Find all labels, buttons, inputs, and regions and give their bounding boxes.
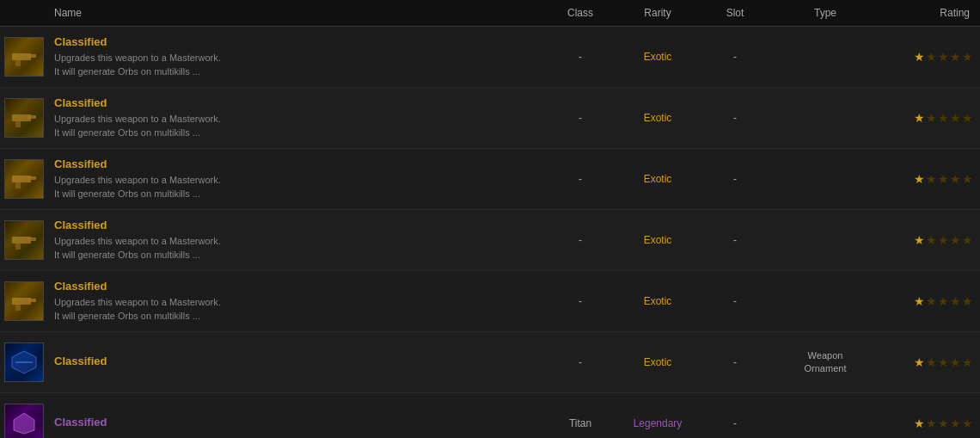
star-1[interactable]: ★ <box>914 233 925 247</box>
stars-container: ★★★★★ <box>877 111 973 125</box>
star-5[interactable]: ★ <box>962 416 973 430</box>
item-thumb-image <box>4 159 44 199</box>
star-2[interactable]: ★ <box>926 416 937 430</box>
item-type <box>774 53 877 60</box>
item-class: - <box>542 353 619 372</box>
stars-container: ★★★★★ <box>877 355 973 369</box>
item-thumbnail <box>0 27 47 87</box>
stars-container: ★★★★★ <box>877 294 973 308</box>
star-3[interactable]: ★ <box>938 294 949 308</box>
star-1[interactable]: ★ <box>914 416 925 430</box>
item-slot: - <box>696 414 774 433</box>
item-slot: - <box>696 231 774 250</box>
item-name-cell: ClassifiedUpgrades this weapon to a Mast… <box>47 152 542 207</box>
items-table: Name Class Rarity Slot Type Rating Class… <box>0 0 980 438</box>
table-row[interactable]: ClassifiedUpgrades this weapon to a Mast… <box>0 27 980 88</box>
table-row[interactable]: ClassifiedUpgrades this weapon to a Mast… <box>0 210 980 271</box>
item-description: Upgrades this weapon to a Masterwork. <box>54 295 535 310</box>
star-1[interactable]: ★ <box>914 294 925 308</box>
star-5[interactable]: ★ <box>962 172 973 186</box>
item-name-cell: ClassifiedUpgrades this weapon to a Mast… <box>47 30 542 84</box>
item-class: - <box>542 108 619 127</box>
item-rating: ★★★★★ <box>877 50 980 64</box>
item-type <box>774 176 877 182</box>
item-thumb-image <box>4 37 44 77</box>
header-thumb <box>0 5 47 21</box>
item-thumb-image <box>4 220 44 260</box>
item-type <box>774 237 877 244</box>
svg-rect-11 <box>15 244 21 250</box>
item-rarity: Exotic <box>619 353 696 372</box>
svg-rect-10 <box>28 238 36 241</box>
star-2[interactable]: ★ <box>926 294 937 308</box>
star-5[interactable]: ★ <box>962 233 973 247</box>
item-thumb-image <box>4 98 44 138</box>
item-name-cell: Classified <box>47 349 542 375</box>
table-header: Name Class Rarity Slot Type Rating <box>0 0 980 27</box>
star-4[interactable]: ★ <box>950 50 961 64</box>
table-row[interactable]: ClassifiedUpgrades this weapon to a Mast… <box>0 88 980 149</box>
item-class: Titan <box>542 414 619 433</box>
item-title: Classified <box>54 96 535 109</box>
star-5[interactable]: ★ <box>962 294 973 308</box>
star-2[interactable]: ★ <box>926 172 937 186</box>
item-title: Classified <box>54 355 535 367</box>
item-name-cell: ClassifiedUpgrades this weapon to a Mast… <box>47 91 542 145</box>
star-1[interactable]: ★ <box>914 355 925 369</box>
svg-rect-4 <box>28 115 36 119</box>
star-4[interactable]: ★ <box>950 172 961 186</box>
star-3[interactable]: ★ <box>938 50 949 64</box>
star-5[interactable]: ★ <box>962 50 973 64</box>
item-thumbnail <box>0 88 47 148</box>
star-3[interactable]: ★ <box>938 111 949 125</box>
svg-rect-2 <box>15 60 21 66</box>
item-name-cell: ClassifiedUpgrades this weapon to a Mast… <box>47 213 542 268</box>
item-description: Upgrades this weapon to a Masterwork. <box>54 51 535 65</box>
star-3[interactable]: ★ <box>938 172 949 186</box>
star-4[interactable]: ★ <box>950 294 961 308</box>
star-4[interactable]: ★ <box>950 355 961 369</box>
star-4[interactable]: ★ <box>950 233 961 247</box>
item-name-cell: ClassifiedUpgrades this weapon to a Mast… <box>47 275 542 329</box>
item-rating: ★★★★★ <box>877 294 980 308</box>
star-3[interactable]: ★ <box>938 416 949 430</box>
item-thumbnail <box>0 149 47 209</box>
item-type <box>774 298 877 305</box>
stars-container: ★★★★★ <box>877 50 973 64</box>
item-description-line2: It will generate Orbs on multikills ... <box>54 187 535 201</box>
table-row[interactable]: ClassifiedUpgrades this weapon to a Mast… <box>0 149 980 210</box>
table-body: ClassifiedUpgrades this weapon to a Mast… <box>0 27 980 438</box>
item-rarity: Exotic <box>619 231 696 250</box>
star-2[interactable]: ★ <box>926 233 937 247</box>
item-slot: - <box>696 47 774 66</box>
star-2[interactable]: ★ <box>926 111 937 125</box>
table-row[interactable]: ClassifiedUpgrades this weapon to a Mast… <box>0 271 980 332</box>
item-title: Classified <box>54 219 535 231</box>
star-5[interactable]: ★ <box>962 111 973 125</box>
star-2[interactable]: ★ <box>926 355 937 369</box>
item-description: Upgrades this weapon to a Masterwork. <box>54 112 535 126</box>
star-2[interactable]: ★ <box>926 50 937 64</box>
table-row[interactable]: ClassifiedTitanLegendary-★★★★★ <box>0 393 980 438</box>
star-5[interactable]: ★ <box>962 355 973 369</box>
item-rating: ★★★★★ <box>877 111 980 125</box>
svg-rect-8 <box>15 182 21 188</box>
star-1[interactable]: ★ <box>914 111 925 125</box>
item-description-line2: It will generate Orbs on multikills ... <box>54 309 535 324</box>
star-1[interactable]: ★ <box>914 50 925 64</box>
item-thumb-image <box>4 342 44 382</box>
star-4[interactable]: ★ <box>950 111 961 125</box>
star-1[interactable]: ★ <box>914 172 925 186</box>
star-4[interactable]: ★ <box>950 416 961 430</box>
item-rating: ★★★★★ <box>877 416 980 430</box>
item-class: - <box>542 231 619 250</box>
star-3[interactable]: ★ <box>938 355 949 369</box>
star-3[interactable]: ★ <box>938 233 949 247</box>
table-row[interactable]: Classified-Exotic-WeaponOrnament★★★★★ <box>0 332 980 393</box>
item-description-line2: It will generate Orbs on multikills ... <box>54 248 535 262</box>
item-title: Classified <box>54 280 535 293</box>
item-name-cell: Classified <box>47 410 542 436</box>
item-description-line2: It will generate Orbs on multikills ... <box>54 126 535 140</box>
item-slot: - <box>696 170 774 188</box>
item-type: WeaponOrnament <box>774 346 877 379</box>
